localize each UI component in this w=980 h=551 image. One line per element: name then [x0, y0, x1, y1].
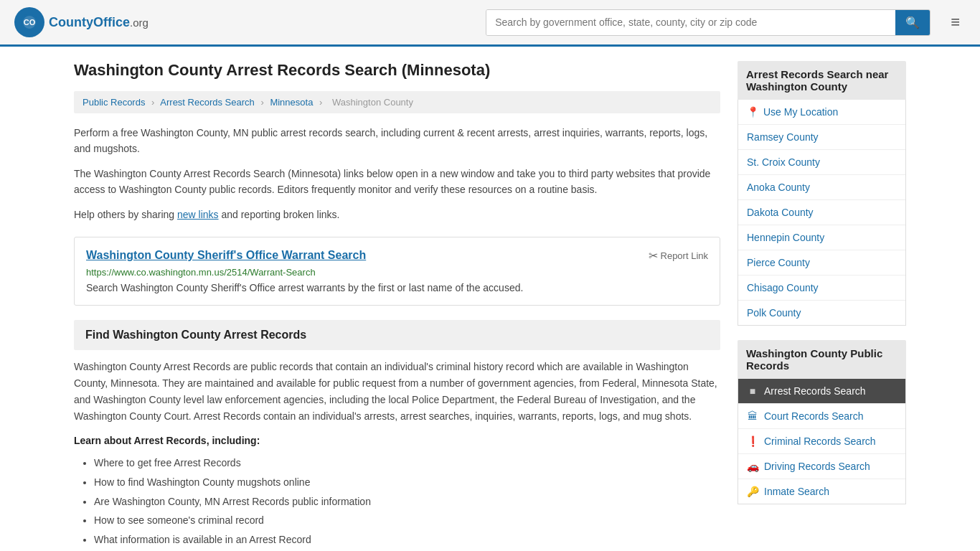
sidebar: Arrest Records Search near Washington Co… — [738, 61, 906, 549]
find-section-header: Find Washington County Arrest Records — [74, 320, 720, 350]
breadcrumb-public-records[interactable]: Public Records — [83, 97, 145, 108]
nearby-county-6[interactable]: Chisago County — [738, 276, 905, 301]
logo-name: CountyOffice — [49, 15, 130, 29]
logo-link[interactable]: CO CountyOffice.org — [14, 7, 149, 37]
search-bar: 🔍 — [486, 9, 930, 36]
intro-para2: The Washington County Arrest Records Sea… — [74, 166, 720, 198]
breadcrumb: Public Records › Arrest Records Search ›… — [74, 91, 720, 113]
nearby-county-4[interactable]: Hennepin County — [738, 225, 905, 250]
pub-record-driving[interactable]: 🚗 Driving Records Search — [738, 454, 905, 479]
pub-record-inmate[interactable]: 🔑 Inmate Search — [738, 479, 905, 504]
arrest-icon: ■ — [747, 385, 758, 397]
breadcrumb-current: Washington County — [332, 97, 413, 108]
link-card: Washington County Sheriff's Office Warra… — [74, 237, 720, 306]
list-item: Where to get free Arrest Records — [94, 453, 720, 473]
scissors-icon: ✂ — [649, 249, 658, 263]
report-link-button[interactable]: ✂ Report Link — [649, 249, 708, 263]
search-button[interactable]: 🔍 — [895, 10, 930, 35]
public-records-section: Washington County Public Records ■ Arres… — [738, 340, 906, 504]
logo-icon: CO — [14, 7, 44, 37]
find-section-title: Find Washington County Arrest Records — [85, 329, 709, 342]
main-container: Washington County Arrest Records Search … — [60, 47, 920, 551]
pub-record-criminal[interactable]: ❗ Criminal Records Search — [738, 429, 905, 454]
driving-icon: 🚗 — [747, 461, 758, 472]
site-header: CO CountyOffice.org 🔍 ≡ — [0, 0, 980, 47]
use-my-location[interactable]: 📍 Use My Location — [738, 100, 905, 125]
pub-record-court[interactable]: 🏛 Court Records Search — [738, 404, 905, 429]
page-title: Washington County Arrest Records Search … — [74, 61, 720, 80]
logo-suffix: .org — [130, 17, 149, 29]
criminal-icon: ❗ — [747, 435, 758, 447]
nearby-county-2[interactable]: Anoka County — [738, 175, 905, 200]
pub-record-arrest[interactable]: ■ Arrest Records Search — [738, 379, 905, 404]
menu-button[interactable]: ≡ — [945, 10, 966, 34]
logo-text: CountyOffice.org — [49, 15, 149, 30]
find-section-body: Washington County Arrest Records are pub… — [74, 359, 720, 425]
public-records-links: ■ Arrest Records Search 🏛 Court Records … — [738, 379, 906, 504]
nearby-county-0[interactable]: Ramsey County — [738, 125, 905, 150]
link-card-header: Washington County Sheriff's Office Warra… — [86, 249, 708, 263]
link-card-desc: Search Washington County Sheriff's Offic… — [86, 282, 708, 293]
inmate-icon: 🔑 — [747, 486, 758, 497]
learn-list: Where to get free Arrest Records How to … — [74, 453, 720, 549]
list-item: Are Washington County, MN Arrest Records… — [94, 492, 720, 512]
location-icon: 📍 — [747, 106, 759, 118]
nearby-section-title: Arrest Records Search near Washington Co… — [738, 61, 906, 100]
court-icon: 🏛 — [747, 410, 758, 422]
link-card-title[interactable]: Washington County Sheriff's Office Warra… — [86, 249, 366, 262]
new-links[interactable]: new links — [177, 209, 219, 220]
intro-para3: Help others by sharing new links and rep… — [74, 207, 720, 222]
public-records-title: Washington County Public Records — [738, 340, 906, 379]
intro-para1: Perform a free Washington County, MN pub… — [74, 125, 720, 157]
list-item: How to see someone's criminal record — [94, 511, 720, 530]
breadcrumb-minnesota[interactable]: Minnesota — [270, 97, 313, 108]
link-card-url: https://www.co.washington.mn.us/2514/War… — [86, 267, 708, 278]
list-item: How to find Washington County mugshots o… — [94, 473, 720, 492]
main-content: Washington County Arrest Records Search … — [74, 61, 720, 549]
nearby-county-7[interactable]: Polk County — [738, 301, 905, 325]
learn-heading: Learn about Arrest Records, including: — [74, 435, 720, 446]
svg-text:CO: CO — [24, 18, 36, 27]
breadcrumb-arrest-records[interactable]: Arrest Records Search — [160, 97, 255, 108]
list-item: What information is available in an Arre… — [94, 530, 720, 550]
nearby-county-1[interactable]: St. Croix County — [738, 150, 905, 175]
search-input[interactable] — [486, 10, 895, 35]
nearby-county-3[interactable]: Dakota County — [738, 200, 905, 225]
nearby-county-5[interactable]: Pierce County — [738, 250, 905, 276]
nearby-links: 📍 Use My Location Ramsey County St. Croi… — [738, 100, 906, 326]
